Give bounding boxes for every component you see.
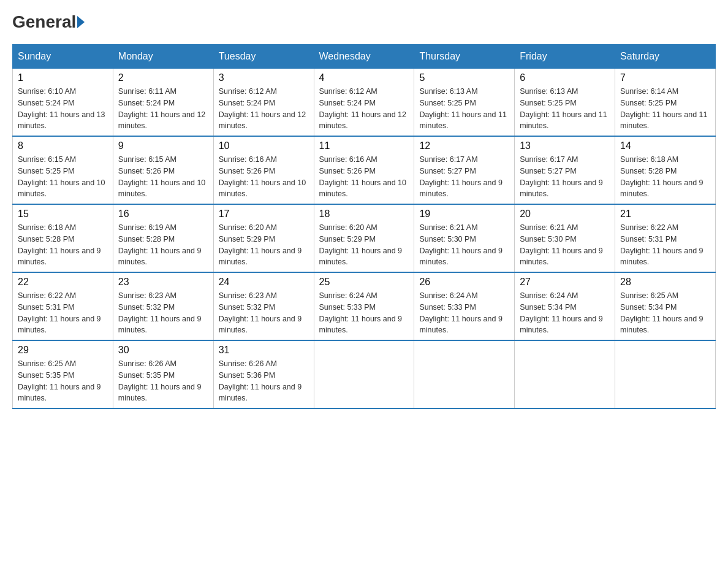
calendar-cell: 2Sunrise: 6:11 AMSunset: 5:24 PMDaylight… [113,69,213,137]
day-info: Sunrise: 6:17 AMSunset: 5:27 PMDaylight:… [419,154,509,200]
day-info: Sunrise: 6:13 AMSunset: 5:25 PMDaylight:… [520,86,610,132]
day-info: Sunrise: 6:12 AMSunset: 5:24 PMDaylight:… [219,86,309,132]
calendar-cell: 16Sunrise: 6:19 AMSunset: 5:28 PMDayligh… [113,204,213,272]
calendar-cell: 13Sunrise: 6:17 AMSunset: 5:27 PMDayligh… [515,136,615,204]
day-number: 8 [18,140,108,151]
day-number: 26 [419,277,509,288]
calendar-cell: 26Sunrise: 6:24 AMSunset: 5:33 PMDayligh… [414,272,515,340]
day-number: 9 [118,140,208,151]
day-number: 22 [18,277,108,288]
day-info: Sunrise: 6:15 AMSunset: 5:25 PMDaylight:… [18,154,108,200]
calendar-cell: 23Sunrise: 6:23 AMSunset: 5:32 PMDayligh… [113,272,213,340]
weekday-header-sunday: Sunday [13,45,113,69]
calendar-week-row: 22Sunrise: 6:22 AMSunset: 5:31 PMDayligh… [13,272,716,340]
calendar-cell: 29Sunrise: 6:25 AMSunset: 5:35 PMDayligh… [13,340,113,408]
weekday-header-monday: Monday [113,45,213,69]
day-info: Sunrise: 6:21 AMSunset: 5:30 PMDaylight:… [419,222,509,268]
weekday-header-saturday: Saturday [615,45,716,69]
day-number: 13 [520,140,610,151]
day-info: Sunrise: 6:11 AMSunset: 5:24 PMDaylight:… [118,86,208,132]
day-number: 29 [18,345,108,356]
day-info: Sunrise: 6:12 AMSunset: 5:24 PMDaylight:… [319,86,409,132]
calendar-cell: 9Sunrise: 6:15 AMSunset: 5:26 PMDaylight… [113,136,213,204]
calendar-cell: 12Sunrise: 6:17 AMSunset: 5:27 PMDayligh… [414,136,515,204]
day-number: 27 [520,277,610,288]
day-info: Sunrise: 6:25 AMSunset: 5:34 PMDaylight:… [620,290,710,336]
day-number: 5 [419,72,509,83]
day-info: Sunrise: 6:20 AMSunset: 5:29 PMDaylight:… [219,222,309,268]
calendar-cell: 4Sunrise: 6:12 AMSunset: 5:24 PMDaylight… [314,69,414,137]
calendar-week-row: 8Sunrise: 6:15 AMSunset: 5:25 PMDaylight… [13,136,716,204]
calendar-cell [314,340,414,408]
calendar-cell: 15Sunrise: 6:18 AMSunset: 5:28 PMDayligh… [13,204,113,272]
day-number: 31 [219,345,309,356]
day-info: Sunrise: 6:20 AMSunset: 5:29 PMDaylight:… [319,222,409,268]
calendar-cell: 20Sunrise: 6:21 AMSunset: 5:30 PMDayligh… [515,204,615,272]
calendar-cell: 8Sunrise: 6:15 AMSunset: 5:25 PMDaylight… [13,136,113,204]
day-number: 18 [319,209,409,220]
calendar-cell: 1Sunrise: 6:10 AMSunset: 5:24 PMDaylight… [13,69,113,137]
calendar-cell [515,340,615,408]
weekday-header-wednesday: Wednesday [314,45,414,69]
day-number: 20 [520,209,610,220]
calendar-cell: 24Sunrise: 6:23 AMSunset: 5:32 PMDayligh… [213,272,314,340]
day-number: 15 [18,209,108,220]
calendar-cell [615,340,716,408]
calendar-cell: 14Sunrise: 6:18 AMSunset: 5:28 PMDayligh… [615,136,716,204]
day-info: Sunrise: 6:17 AMSunset: 5:27 PMDaylight:… [520,154,610,200]
day-info: Sunrise: 6:18 AMSunset: 5:28 PMDaylight:… [620,154,710,200]
weekday-header-row: SundayMondayTuesdayWednesdayThursdayFrid… [13,45,716,69]
day-number: 28 [620,277,710,288]
day-info: Sunrise: 6:10 AMSunset: 5:24 PMDaylight:… [18,86,108,132]
calendar-cell: 28Sunrise: 6:25 AMSunset: 5:34 PMDayligh… [615,272,716,340]
day-number: 1 [18,72,108,83]
weekday-header-thursday: Thursday [414,45,515,69]
calendar-cell: 11Sunrise: 6:16 AMSunset: 5:26 PMDayligh… [314,136,414,204]
day-info: Sunrise: 6:19 AMSunset: 5:28 PMDaylight:… [118,222,208,268]
calendar-cell [414,340,515,408]
calendar-cell: 27Sunrise: 6:24 AMSunset: 5:34 PMDayligh… [515,272,615,340]
logo: General [12,12,86,32]
day-info: Sunrise: 6:14 AMSunset: 5:25 PMDaylight:… [620,86,710,132]
logo-general-text: General [12,12,76,32]
day-number: 17 [219,209,309,220]
calendar-table: SundayMondayTuesdayWednesdayThursdayFrid… [12,44,716,409]
day-number: 12 [419,140,509,151]
calendar-cell: 7Sunrise: 6:14 AMSunset: 5:25 PMDaylight… [615,69,716,137]
calendar-cell: 10Sunrise: 6:16 AMSunset: 5:26 PMDayligh… [213,136,314,204]
day-number: 14 [620,140,710,151]
calendar-cell: 6Sunrise: 6:13 AMSunset: 5:25 PMDaylight… [515,69,615,137]
day-info: Sunrise: 6:21 AMSunset: 5:30 PMDaylight:… [520,222,610,268]
day-info: Sunrise: 6:22 AMSunset: 5:31 PMDaylight:… [18,290,108,336]
day-number: 30 [118,345,208,356]
day-number: 4 [319,72,409,83]
day-info: Sunrise: 6:18 AMSunset: 5:28 PMDaylight:… [18,222,108,268]
calendar-week-row: 15Sunrise: 6:18 AMSunset: 5:28 PMDayligh… [13,204,716,272]
calendar-week-row: 1Sunrise: 6:10 AMSunset: 5:24 PMDaylight… [13,69,716,137]
day-info: Sunrise: 6:15 AMSunset: 5:26 PMDaylight:… [118,154,208,200]
calendar-cell: 18Sunrise: 6:20 AMSunset: 5:29 PMDayligh… [314,204,414,272]
calendar-cell: 19Sunrise: 6:21 AMSunset: 5:30 PMDayligh… [414,204,515,272]
calendar-cell: 3Sunrise: 6:12 AMSunset: 5:24 PMDaylight… [213,69,314,137]
day-info: Sunrise: 6:26 AMSunset: 5:35 PMDaylight:… [118,358,208,404]
calendar-cell: 30Sunrise: 6:26 AMSunset: 5:35 PMDayligh… [113,340,213,408]
calendar-cell: 21Sunrise: 6:22 AMSunset: 5:31 PMDayligh… [615,204,716,272]
calendar-cell: 31Sunrise: 6:26 AMSunset: 5:36 PMDayligh… [213,340,314,408]
day-number: 6 [520,72,610,83]
logo-arrow-icon [77,16,85,28]
calendar-cell: 22Sunrise: 6:22 AMSunset: 5:31 PMDayligh… [13,272,113,340]
day-number: 23 [118,277,208,288]
day-number: 25 [319,277,409,288]
day-number: 3 [219,72,309,83]
day-info: Sunrise: 6:23 AMSunset: 5:32 PMDaylight:… [118,290,208,336]
day-number: 16 [118,209,208,220]
weekday-header-friday: Friday [515,45,615,69]
day-number: 21 [620,209,710,220]
day-info: Sunrise: 6:13 AMSunset: 5:25 PMDaylight:… [419,86,509,132]
day-info: Sunrise: 6:16 AMSunset: 5:26 PMDaylight:… [319,154,409,200]
day-info: Sunrise: 6:25 AMSunset: 5:35 PMDaylight:… [18,358,108,404]
day-info: Sunrise: 6:23 AMSunset: 5:32 PMDaylight:… [219,290,309,336]
calendar-cell: 17Sunrise: 6:20 AMSunset: 5:29 PMDayligh… [213,204,314,272]
day-info: Sunrise: 6:24 AMSunset: 5:34 PMDaylight:… [520,290,610,336]
day-number: 10 [219,140,309,151]
